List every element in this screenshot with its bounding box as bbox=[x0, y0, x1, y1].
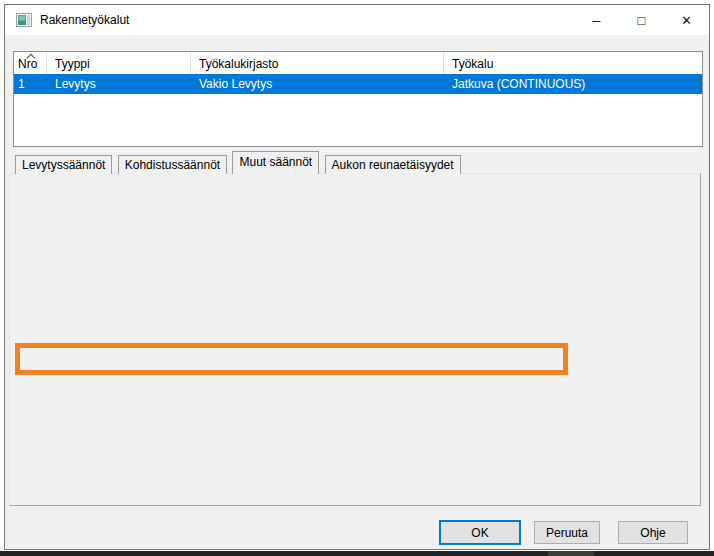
tool-list-header: Nro Tyyppi Työkalukirjasto Työkalu bbox=[14, 52, 702, 74]
cell-tyokalu: Jatkuva (CONTINUOUS) bbox=[444, 77, 702, 91]
ok-button[interactable]: OK bbox=[439, 520, 521, 545]
window-title: Rakennetyökalut bbox=[40, 5, 129, 35]
tab-aukon-reunaetaisyydet[interactable]: Aukon reunaetäisyydet bbox=[325, 155, 461, 174]
cell-nro: 1 bbox=[14, 77, 47, 91]
cell-tyyppi: Levytys bbox=[47, 77, 191, 91]
column-header-tyokalukirjasto[interactable]: Työkalukirjasto bbox=[191, 52, 444, 74]
close-button[interactable]: ✕ bbox=[664, 5, 709, 35]
rakennetyokalut-dialog: Rakennetyökalut – □ ✕ Nro Tyyppi Työkalu… bbox=[4, 4, 710, 550]
tab-strip: Levytyssäännöt Kohdistussäännöt Muut sää… bbox=[15, 151, 463, 175]
column-header-nro[interactable]: Nro bbox=[14, 52, 47, 74]
column-header-tyokalu[interactable]: Työkalu bbox=[444, 52, 702, 74]
column-header-tyyppi[interactable]: Tyyppi bbox=[47, 52, 191, 74]
tab-kohdistussaannot[interactable]: Kohdistussäännöt bbox=[118, 155, 227, 174]
help-button[interactable]: Ohje bbox=[618, 521, 688, 544]
background-artifact bbox=[548, 551, 594, 556]
window-controls: – □ ✕ bbox=[574, 5, 709, 35]
minimize-button[interactable]: – bbox=[574, 5, 619, 35]
tab-muut-saannot[interactable]: Muut säännöt bbox=[232, 151, 319, 174]
tool-list: Nro Tyyppi Työkalukirjasto Työkalu 1 Lev… bbox=[13, 51, 703, 147]
tab-levytyssaannot[interactable]: Levytyssäännöt bbox=[15, 155, 112, 174]
table-row-selected[interactable]: 1 Levytys Vakio Levytys Jatkuva (CONTINU… bbox=[14, 74, 702, 94]
title-bar: Rakennetyökalut – □ ✕ bbox=[5, 5, 709, 35]
app-icon bbox=[16, 13, 32, 27]
cancel-button[interactable]: Peruuta bbox=[534, 521, 600, 544]
background-taskbar-strip bbox=[0, 551, 714, 556]
cell-kirjasto: Vakio Levytys bbox=[191, 77, 444, 91]
tab-page-muut-saannot bbox=[9, 173, 701, 506]
maximize-button[interactable]: □ bbox=[619, 5, 664, 35]
